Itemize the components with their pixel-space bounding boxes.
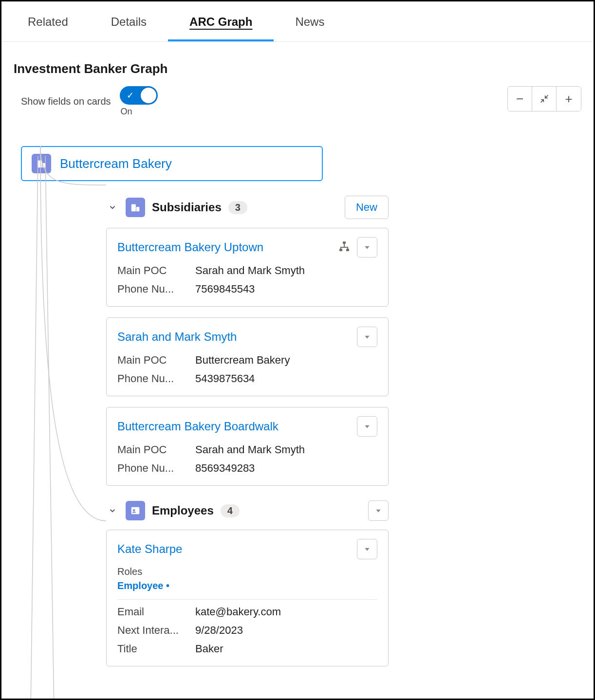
field-value: 9/28/2023: [195, 624, 377, 637]
field-label: Phone Nu...: [117, 372, 195, 385]
subsidiaries-group: Subsidiaries 3 New Buttercream Bakery Up…: [106, 196, 581, 486]
compress-icon: [539, 94, 549, 104]
svg-rect-6: [343, 241, 346, 244]
roles-value[interactable]: Employee •: [117, 580, 377, 591]
card-title-link[interactable]: Buttercream Bakery Uptown: [117, 240, 263, 254]
account-icon: [32, 154, 51, 173]
employees-label: Employees: [152, 504, 214, 517]
divider: [117, 599, 377, 600]
tab-details[interactable]: Details: [90, 1, 168, 41]
field-label: Title: [117, 643, 195, 655]
card-title-link[interactable]: Buttercream Bakery Boardwalk: [117, 420, 279, 433]
card-menu-button[interactable]: [357, 539, 377, 559]
field-label: Main POC: [117, 354, 195, 367]
employees-count: 4: [221, 504, 240, 517]
field-value: Buttercream Bakery: [195, 354, 377, 367]
svg-line-1: [31, 156, 38, 700]
page-title: Investment Banker Graph: [1, 42, 594, 86]
tab-related[interactable]: Related: [6, 1, 90, 41]
subsidiary-card: Buttercream Bakery Uptown Main POCSarah …: [106, 228, 389, 307]
employees-group: Employees 4 Kate Sharpe Roles Employee •…: [106, 500, 581, 666]
field-label: Main POC: [117, 264, 195, 277]
svg-rect-2: [37, 161, 42, 168]
field-label: Next Intera...: [117, 624, 195, 637]
toggle-state: On: [121, 107, 158, 117]
svg-rect-7: [339, 249, 342, 251]
field-label: Phone Nu...: [117, 462, 195, 475]
field-label: Phone Nu...: [117, 283, 195, 295]
roles-label: Roles: [117, 566, 377, 577]
svg-marker-14: [376, 510, 380, 513]
svg-marker-9: [365, 246, 369, 249]
field-value: 7569845543: [195, 283, 377, 295]
svg-marker-10: [365, 336, 369, 339]
svg-rect-4: [131, 204, 136, 212]
svg-marker-15: [365, 548, 369, 551]
svg-line-0: [45, 156, 54, 700]
tabs: Related Details ARC Graph News: [1, 1, 594, 42]
card-menu-button[interactable]: [357, 327, 377, 347]
card-menu-button[interactable]: [357, 416, 377, 437]
svg-rect-8: [346, 249, 349, 251]
toggle-knob: [141, 88, 156, 103]
employees-menu-button[interactable]: [368, 500, 389, 521]
zoom-in-button[interactable]: +: [557, 87, 581, 111]
hierarchy-icon[interactable]: [338, 240, 350, 254]
root-node-title[interactable]: Buttercream Bakery: [60, 156, 172, 171]
contact-icon: [126, 501, 145, 520]
field-value: Sarah and Mark Smyth: [195, 443, 377, 456]
zoom-controls: − +: [507, 86, 581, 111]
field-value: Sarah and Mark Smyth: [195, 264, 377, 277]
field-value: 5439875634: [195, 372, 377, 385]
subsidiary-card: Buttercream Bakery Boardwalk Main POCSar…: [106, 407, 389, 486]
svg-point-13: [133, 509, 135, 512]
svg-rect-5: [136, 207, 139, 211]
card-menu-button[interactable]: [357, 237, 377, 258]
tab-arc-graph[interactable]: ARC Graph: [168, 1, 274, 41]
field-value: Baker: [195, 643, 377, 655]
card-title-link[interactable]: Sarah and Mark Smyth: [117, 330, 237, 344]
field-value: 8569349283: [195, 462, 377, 475]
svg-rect-12: [131, 507, 140, 515]
subsidiary-card: Sarah and Mark Smyth Main POCButtercream…: [106, 317, 389, 396]
svg-rect-3: [42, 163, 45, 167]
check-icon: ✓: [127, 90, 134, 101]
zoom-out-button[interactable]: −: [508, 87, 532, 111]
show-fields-toggle[interactable]: ✓: [120, 86, 158, 105]
chevron-down-icon[interactable]: [106, 201, 119, 214]
subsidiaries-label: Subsidiaries: [152, 201, 222, 214]
toggle-label: Show fields on cards: [21, 96, 111, 107]
subsidiaries-count: 3: [228, 201, 247, 214]
card-title-link[interactable]: Kate Sharpe: [117, 542, 182, 556]
field-label: Email: [117, 606, 195, 618]
chevron-down-icon[interactable]: [106, 504, 119, 517]
employee-card: Kate Sharpe Roles Employee • Emailkate@b…: [106, 530, 389, 666]
field-label: Main POC: [117, 443, 195, 456]
root-node-card[interactable]: Buttercream Bakery: [21, 146, 323, 181]
fit-button[interactable]: [532, 87, 557, 111]
tab-news[interactable]: News: [274, 1, 346, 41]
new-subsidiary-button[interactable]: New: [345, 196, 389, 219]
field-value: kate@bakery.com: [195, 606, 377, 618]
account-icon: [126, 198, 145, 217]
svg-marker-11: [365, 425, 369, 428]
